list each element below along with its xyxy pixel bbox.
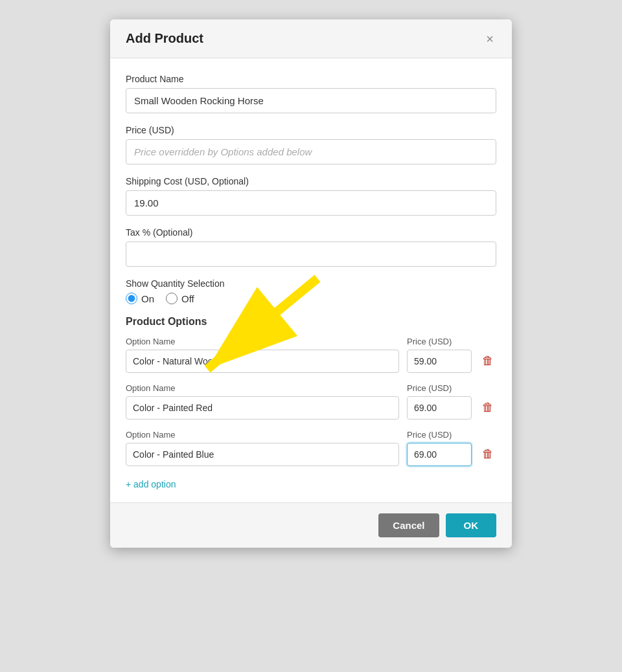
option-1-name-group: Option Name xyxy=(126,337,399,373)
trash-icon-1: 🗑 xyxy=(482,354,494,368)
option-1-price-group: Price (USD) xyxy=(407,337,472,373)
quantity-off-radio[interactable] xyxy=(166,293,178,304)
cancel-button[interactable]: Cancel xyxy=(378,513,439,537)
trash-icon-3: 🗑 xyxy=(482,447,494,461)
quantity-on-label: On xyxy=(141,293,154,304)
product-options-title: Product Options xyxy=(126,316,496,328)
shipping-cost-input[interactable] xyxy=(126,190,496,216)
option-2-name-label: Option Name xyxy=(126,383,399,393)
price-label: Price (USD) xyxy=(126,125,496,135)
option-3-name-input[interactable] xyxy=(126,443,399,466)
option-3-price-group: Price (USD) xyxy=(407,430,472,466)
price-input[interactable] xyxy=(126,139,496,164)
tax-input[interactable] xyxy=(126,241,496,267)
modal-body: Product Name Price (USD) Shipping Cost (… xyxy=(110,58,512,502)
option-1-delete-button[interactable]: 🗑 xyxy=(479,350,496,372)
option-1-name-label: Option Name xyxy=(126,337,399,346)
tax-group: Tax % (Optional) xyxy=(126,227,496,267)
product-options-section: Product Options Option Name Price (USD) … xyxy=(126,316,496,492)
shipping-cost-label: Shipping Cost (USD, Optional) xyxy=(126,176,496,186)
modal-overlay: Add Product × Product Name Price (USD) S… xyxy=(110,19,512,548)
option-1-price-label: Price (USD) xyxy=(407,337,472,346)
quantity-on-option[interactable]: On xyxy=(126,293,154,304)
trash-icon-2: 🗑 xyxy=(482,401,494,414)
option-3-delete-button[interactable]: 🗑 xyxy=(479,443,496,465)
quantity-on-radio[interactable] xyxy=(126,293,137,304)
modal-close-button[interactable]: × xyxy=(483,32,496,45)
product-name-group: Product Name xyxy=(126,74,496,113)
modal-footer: Cancel OK xyxy=(110,502,512,548)
option-3-name-label: Option Name xyxy=(126,430,399,440)
option-3-price-label: Price (USD) xyxy=(407,430,472,440)
product-name-label: Product Name xyxy=(126,74,496,84)
option-2-price-input[interactable] xyxy=(407,396,472,420)
modal-header: Add Product × xyxy=(110,19,512,58)
option-3-name-group: Option Name xyxy=(126,430,399,466)
quantity-off-option[interactable]: Off xyxy=(166,293,194,304)
add-product-modal: Add Product × Product Name Price (USD) S… xyxy=(110,19,512,548)
option-1-name-input[interactable] xyxy=(126,350,399,373)
option-row-1: Option Name Price (USD) 🗑 xyxy=(126,337,496,373)
tax-label: Tax % (Optional) xyxy=(126,227,496,238)
price-group: Price (USD) xyxy=(126,125,496,164)
add-option-button[interactable]: + add option xyxy=(126,476,176,492)
shipping-cost-group: Shipping Cost (USD, Optional) xyxy=(126,176,496,216)
modal-title: Add Product xyxy=(126,31,203,46)
option-2-name-group: Option Name xyxy=(126,383,399,420)
ok-button[interactable]: OK xyxy=(446,513,497,537)
option-1-price-input[interactable] xyxy=(407,350,472,373)
option-2-delete-button[interactable]: 🗑 xyxy=(479,397,496,418)
quantity-off-label: Off xyxy=(181,293,194,304)
option-row-2: Option Name Price (USD) 🗑 xyxy=(126,383,496,420)
quantity-radio-group: On Off xyxy=(126,293,496,304)
option-row-3: Option Name Price (USD) 🗑 xyxy=(126,430,496,466)
option-2-name-input[interactable] xyxy=(126,396,399,420)
option-2-price-label: Price (USD) xyxy=(407,383,472,393)
quantity-selection-label: Show Quantity Selection xyxy=(126,278,496,289)
option-3-price-input[interactable] xyxy=(407,443,472,466)
product-name-input[interactable] xyxy=(126,88,496,113)
option-2-price-group: Price (USD) xyxy=(407,383,472,420)
quantity-selection-group: Show Quantity Selection On Off xyxy=(126,278,496,304)
